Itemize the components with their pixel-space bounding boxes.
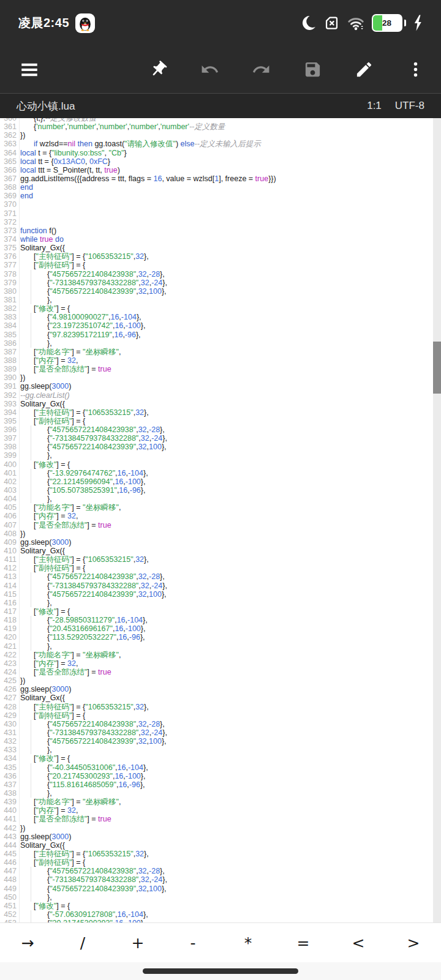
code-line[interactable]: 431{"-7313845793784332288",32,-24},: [0, 728, 433, 737]
code-line[interactable]: 410Solitary_Gx({: [0, 547, 433, 555]
code-line[interactable]: 427Solitary_Gx({: [0, 694, 433, 702]
code-line[interactable]: 417["修改"] = {: [0, 607, 433, 616]
code-line[interactable]: 422["功能名字"] = "坐标瞬移",: [0, 651, 433, 659]
code-line[interactable]: 438},: [0, 789, 433, 798]
code-line[interactable]: 405["功能名字"] = "坐标瞬移",: [0, 503, 433, 512]
menu-button[interactable]: [15, 55, 44, 84]
code-line[interactable]: 401{"-13.92976474762",16,-104},: [0, 469, 433, 477]
code-line[interactable]: 416},: [0, 599, 433, 607]
code-line[interactable]: 400["修改"] = {: [0, 460, 433, 469]
code-line[interactable]: 404},: [0, 495, 433, 503]
code-line[interactable]: 383{"4.98100090027",16,-104},: [0, 313, 433, 321]
code-line[interactable]: 360{t,},--定义修改数值: [0, 118, 433, 122]
code-line[interactable]: 452{"-57.06309127808",16,-104},: [0, 910, 433, 919]
scrollbar-thumb[interactable]: [433, 342, 441, 394]
code-line[interactable]: 370: [0, 200, 433, 209]
symbol-key[interactable]: -: [165, 923, 221, 962]
code-line[interactable]: 420{"113.52920532227",16,-96},: [0, 633, 433, 641]
code-line[interactable]: 446["副特征码"] = {: [0, 858, 433, 867]
code-line[interactable]: 391gg.sleep(3000): [0, 382, 433, 391]
code-line[interactable]: 434["修改"] = {: [0, 754, 433, 763]
symbol-key[interactable]: *: [221, 923, 276, 962]
code-line[interactable]: 380{"4575657221408423939",32,100},: [0, 287, 433, 296]
code-line[interactable]: 433},: [0, 746, 433, 754]
code-line[interactable]: 388["内存"] = 32,: [0, 356, 433, 365]
code-line[interactable]: 436{"20.21745300293",16,-100},: [0, 772, 433, 780]
code-line[interactable]: 447{"4575657221408423938",32,-28},: [0, 867, 433, 875]
code-line[interactable]: 407["是否全部冻结"] = true: [0, 521, 433, 529]
code-line[interactable]: 375Solitary_Gx({: [0, 244, 433, 252]
code-line[interactable]: 392--gg.clearList(): [0, 391, 433, 400]
code-line[interactable]: 415{"4575657221408423939",32,100},: [0, 590, 433, 599]
code-line[interactable]: 378{"4575657221408423938",32,-28},: [0, 270, 433, 279]
code-line[interactable]: 381},: [0, 296, 433, 304]
code-line[interactable]: 364local t = {"libunity.so:bss", "Cb"}: [0, 149, 433, 157]
symbol-key[interactable]: =: [276, 923, 331, 962]
code-line[interactable]: 399},: [0, 451, 433, 460]
code-line[interactable]: 398{"4575657221408423939",32,100},: [0, 443, 433, 451]
code-line[interactable]: 397{"-7313845793784332288",32,-24},: [0, 434, 433, 443]
code-line[interactable]: 393Solitary_Gx({: [0, 400, 433, 408]
code-line[interactable]: 441["是否全部冻结"] = true: [0, 815, 433, 823]
code-line[interactable]: 411["主特征码"] = {"1065353215",32},: [0, 555, 433, 564]
code-line[interactable]: 413{"4575657221408423938",32,-28},: [0, 572, 433, 581]
code-line[interactable]: 423["内存"] = 32,: [0, 659, 433, 668]
code-line[interactable]: 362}): [0, 131, 433, 140]
code-line[interactable]: 396{"4575657221408423938",32,-28},: [0, 425, 433, 434]
code-line[interactable]: 421},: [0, 642, 433, 651]
code-line[interactable]: 386},: [0, 339, 433, 348]
code-line[interactable]: 376["主特征码"] = {"1065353215",32},: [0, 252, 433, 261]
code-line[interactable]: 371: [0, 209, 433, 218]
pin-button[interactable]: [132, 46, 184, 93]
code-line[interactable]: 361{'number','number','number','number',…: [0, 122, 433, 131]
code-line[interactable]: 406["内存"] = 32,: [0, 512, 433, 520]
symbol-key[interactable]: +: [110, 923, 165, 962]
code-line[interactable]: 409gg.sleep(3000): [0, 538, 433, 547]
code-line[interactable]: 428["主特征码"] = {"1065353215",32},: [0, 703, 433, 711]
undo-button[interactable]: [184, 46, 235, 93]
code-line[interactable]: 426gg.sleep(3000): [0, 685, 433, 694]
symbol-key[interactable]: /: [55, 923, 110, 962]
code-line[interactable]: 394["主特征码"] = {"1065353215",32},: [0, 408, 433, 417]
code-line[interactable]: 365local tt = {0x13AC0, 0xFC}: [0, 157, 433, 166]
code-line[interactable]: 368end: [0, 183, 433, 192]
code-line[interactable]: 448{"-7313845793784332288",32,-24},: [0, 875, 433, 884]
code-line[interactable]: 430{"4575657221408423938",32,-28},: [0, 720, 433, 728]
code-line[interactable]: 387["功能名字"] = "坐标瞬移",: [0, 348, 433, 356]
code-line[interactable]: 402{"22.12145996094",16,-100},: [0, 477, 433, 486]
code-line[interactable]: 363if wzlsd==nil then gg.toast("请输入修改值")…: [0, 140, 433, 148]
code-line[interactable]: 450},: [0, 893, 433, 902]
code-line[interactable]: 385{"97.82395172119",16,-96},: [0, 331, 433, 339]
code-line[interactable]: 414{"-7313845793784332288",32,-24},: [0, 582, 433, 590]
edit-button[interactable]: [338, 46, 390, 93]
overflow-menu-button[interactable]: [390, 46, 441, 93]
code-line[interactable]: 374while true do: [0, 235, 433, 244]
code-line[interactable]: 443gg.sleep(3000): [0, 832, 433, 841]
code-line[interactable]: 432{"4575657221408423939",32,100},: [0, 737, 433, 746]
code-line[interactable]: 425}): [0, 676, 433, 685]
code-line[interactable]: 419{"20.45316696167",16,-100},: [0, 624, 433, 633]
code-line[interactable]: 444Solitary_Gx({: [0, 841, 433, 850]
code-line[interactable]: 384{"23.19723510742",16,-100},: [0, 321, 433, 330]
code-line[interactable]: 390}): [0, 373, 433, 382]
code-line[interactable]: 373function f(): [0, 226, 433, 235]
redo-button[interactable]: [235, 46, 287, 93]
code-line[interactable]: 412["副特征码"] = {: [0, 564, 433, 572]
gesture-handle[interactable]: [143, 968, 298, 974]
code-line[interactable]: 445["主特征码"] = {"1065353215",32},: [0, 850, 433, 858]
code-line[interactable]: 437{"115.81614685059",16,-96},: [0, 780, 433, 789]
code-line[interactable]: 389["是否全部冻结"] = true: [0, 365, 433, 373]
symbol-key[interactable]: >: [386, 923, 441, 962]
code-line[interactable]: 408}): [0, 529, 433, 538]
code-line[interactable]: 440["内存"] = 32,: [0, 806, 433, 815]
code-line[interactable]: 367gg.addListItems({{address = ttt, flag…: [0, 174, 433, 183]
code-line[interactable]: 366local ttt = S_Pointer(t, tt, true): [0, 166, 433, 174]
code-line[interactable]: 442}): [0, 824, 433, 832]
code-line[interactable]: 377["副特征码"] = {: [0, 261, 433, 269]
code-line[interactable]: 451["修改"] = {: [0, 902, 433, 910]
code-line[interactable]: 449{"4575657221408423939",32,100},: [0, 885, 433, 893]
code-line[interactable]: 435{"-40.34450531006",16,-104},: [0, 763, 433, 772]
code-line[interactable]: 379{"-7313845793784332288",32,-24},: [0, 279, 433, 287]
symbol-key[interactable]: <: [331, 923, 386, 962]
code-line[interactable]: 424["是否全部冻结"] = true: [0, 668, 433, 676]
